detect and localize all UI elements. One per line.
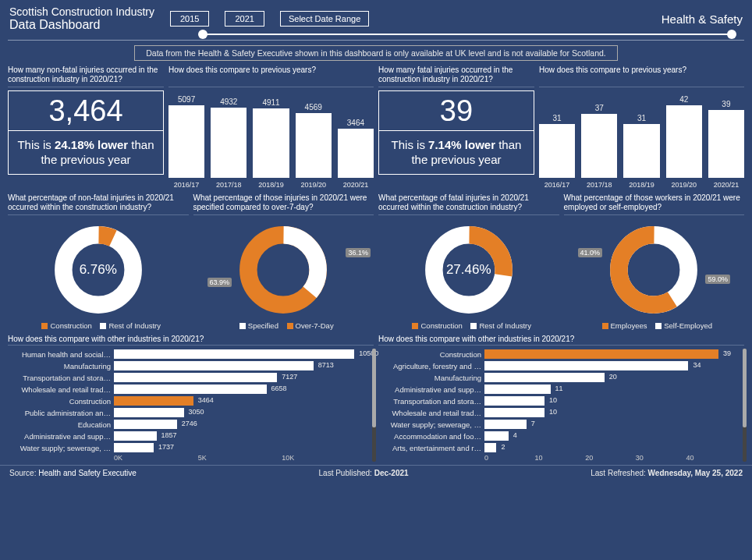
bar-label: 2017/18 [581, 181, 617, 189]
year-from-box[interactable]: 2015 [170, 11, 209, 27]
hbar-value: 1737 [158, 443, 174, 451]
q-nonfatal-trend: How does this compare to previous years? [168, 66, 374, 87]
sub-pct: 7.14% [428, 138, 462, 151]
select-date-range-button[interactable]: Select Date Range [280, 11, 369, 27]
hbar-row[interactable]: Education2746 [8, 419, 366, 431]
bar[interactable]: 34642020/21 [338, 119, 374, 189]
source-label: Source: [9, 469, 38, 477]
bar-value: 39 [708, 100, 744, 108]
hbar-row[interactable]: Construction3464 [8, 395, 366, 407]
hbar-value: 7 [531, 420, 535, 427]
hbar-row[interactable]: Manufacturing8713 [8, 360, 366, 372]
slider-track[interactable] [203, 34, 732, 35]
published-value: Dec-2021 [374, 469, 409, 477]
bar-label: 2020/21 [708, 181, 744, 189]
sub-pct: 24.18% [55, 138, 94, 151]
hbar-row[interactable]: Wholesale and retail trad…10 [378, 407, 736, 419]
section-label: Health & Safety [662, 12, 743, 26]
q-fatal-share: What percentage of fatal injuries in 202… [378, 193, 559, 215]
hbar-value: 1857 [161, 431, 177, 439]
date-slider[interactable] [0, 34, 741, 40]
hbar-row[interactable]: Wholesale and retail trad…6658 [8, 384, 366, 395]
bar-label: 2016/17 [539, 181, 575, 189]
bar[interactable]: 372017/18 [581, 104, 617, 189]
fatal-share-donut[interactable]: 27.46% [378, 218, 559, 321]
legend-employees: Employees [611, 321, 647, 330]
hbar-row[interactable]: Manufacturing20 [378, 372, 736, 384]
hbar-row[interactable]: Water supply; sewerage, …7 [378, 419, 736, 431]
nonfatal-count-box: 3,464 [8, 90, 164, 131]
hbar-row[interactable]: Public administration an…3050 [8, 407, 366, 419]
hbar-row[interactable]: Arts, entertainment and r…2 [378, 442, 736, 454]
hbar-row[interactable]: Administrative and supp…1857 [8, 431, 366, 442]
specified-donut[interactable]: 36.1% 63.9% [193, 218, 374, 321]
hbar-value: 4 [513, 431, 517, 439]
slider-knob-left[interactable] [198, 30, 208, 39]
hbar-row[interactable]: Transportation and stora…10 [378, 395, 736, 407]
refreshed-value: Wednesday, May 25, 2022 [648, 469, 743, 477]
legend-specified-a: Specified [248, 321, 278, 330]
q-employment-status: What percentage of those workers in 2020… [564, 193, 745, 215]
q-fatal-compare: How does this compare with other industr… [378, 335, 744, 346]
hbar-row[interactable]: Accommodation and foo…4 [378, 431, 736, 442]
bar[interactable]: 49112018/19 [253, 98, 289, 189]
bar-value: 4932 [211, 97, 247, 106]
hbar-row[interactable]: Human health and social…10500 [8, 349, 366, 360]
bar[interactable]: 45692019/20 [296, 103, 332, 189]
axis-tick: 40 [686, 454, 736, 462]
hbar-label: Public administration an… [8, 409, 111, 417]
hbar-label: Accommodation and foo… [378, 432, 481, 441]
divider [8, 40, 744, 41]
hbar-value: 8713 [318, 361, 334, 369]
hbar-value: 20 [609, 373, 617, 381]
legend-employment: Employees Self-Employed [564, 321, 745, 330]
source-link[interactable]: Health and Safety Executive [38, 469, 137, 477]
scrollbar[interactable] [372, 349, 376, 462]
nonfatal-share-value: 6.76% [80, 262, 117, 278]
hbar-value: 3050 [189, 408, 204, 416]
hbar-label: Arts, entertainment and r… [378, 444, 481, 452]
legend-construction: Construction [420, 321, 462, 330]
right-column: How many fatal injuries occurred in the … [378, 66, 744, 462]
bar[interactable]: 312016/17 [539, 114, 575, 189]
employment-donut[interactable]: 41.0% 59.0% [564, 218, 745, 321]
hbar-value: 39 [723, 349, 731, 357]
bar[interactable]: 49322017/18 [211, 97, 247, 189]
hbar-label: Transportation and stora… [378, 397, 481, 406]
bar[interactable]: 50972016/17 [168, 95, 204, 189]
axis-tick: 20 [585, 454, 636, 462]
sub-pre: This is [392, 138, 429, 151]
sub-pre: This is [17, 138, 55, 151]
nonfatal-compare-chart[interactable]: Human health and social…10500Manufacturi… [8, 349, 374, 462]
slider-knob-right[interactable] [727, 30, 736, 39]
fatal-compare-chart[interactable]: Construction39Agriculture, forestry and … [378, 349, 744, 462]
hbar-row[interactable]: Administrative and supp…11 [378, 384, 736, 395]
axis-tick: 0K [114, 454, 198, 462]
hbar-label: Construction [8, 397, 111, 406]
year-to-box[interactable]: 2021 [225, 11, 264, 27]
header: Scottish Construction Industry Data Dash… [0, 0, 752, 34]
hbar-label: Education [8, 420, 111, 429]
hbar-row[interactable]: Construction39 [378, 349, 736, 360]
fatal-share-value: 27.46% [446, 262, 491, 278]
bar[interactable]: 312018/19 [623, 114, 659, 189]
hbar-row[interactable]: Water supply; sewerage, …1737 [8, 442, 366, 454]
bar[interactable]: 422019/20 [666, 95, 702, 189]
bar-value: 3464 [338, 119, 374, 127]
hbar-row[interactable]: Transportation and stora…7127 [8, 372, 366, 384]
hbar-value: 11 [555, 385, 563, 392]
nonfatal-share-donut[interactable]: 6.76% [8, 218, 189, 321]
title-line-2: Data Dashboard [9, 18, 154, 32]
fatal-trend-chart[interactable]: 312016/17372017/18312018/19422019/203920… [539, 90, 744, 189]
hbar-row[interactable]: Agriculture, forestry and …34 [378, 360, 736, 372]
bar-value: 31 [539, 114, 575, 122]
q-nonfatal-share: What percentage of non-fatal injuries in… [8, 193, 189, 215]
specified-pct-label: 36.1% [346, 248, 371, 257]
nonfatal-trend-chart[interactable]: 50972016/1749322017/1849112018/194569201… [168, 90, 374, 189]
bar-value: 31 [623, 114, 659, 122]
q-fatal-trend: How does this compare to previous years? [539, 66, 744, 87]
scrollbar[interactable] [743, 349, 747, 462]
bar-label: 2017/18 [211, 181, 247, 189]
bar[interactable]: 392020/21 [708, 100, 744, 189]
bar-label: 2016/17 [168, 181, 204, 189]
